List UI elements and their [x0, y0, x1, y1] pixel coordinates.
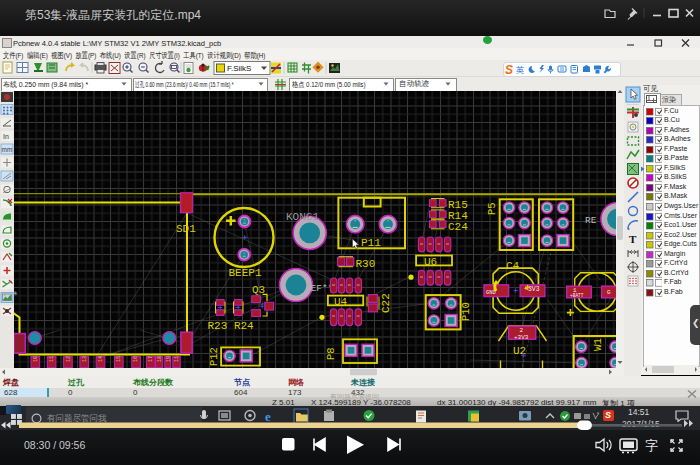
svg-text:16: 16 [133, 356, 138, 362]
svg-text:F.SilkS: F.SilkS [227, 64, 251, 73]
svg-text:mm: mm [2, 146, 13, 153]
svg-text:C22: C22 [380, 293, 392, 313]
svg-text:11: 11 [49, 356, 54, 362]
svg-text:P8: P8 [325, 347, 337, 360]
svg-text:19: 19 [166, 356, 171, 362]
svg-text:P5: P5 [486, 202, 498, 215]
svg-text:R30: R30 [356, 258, 376, 270]
svg-text:+BATT: +BATT [570, 293, 584, 298]
svg-text:GND: GND [486, 289, 497, 296]
svg-text:R23 R24: R23 R24 [208, 320, 255, 332]
svg-text:P11: P11 [361, 237, 381, 249]
svg-text:U4: U4 [334, 296, 348, 308]
svg-text:+3V3: +3V3 [514, 334, 529, 341]
svg-text:In: In [3, 133, 9, 140]
svg-text:S: S [505, 63, 513, 75]
svg-text:13: 13 [82, 356, 87, 362]
svg-text:R15: R15 [448, 199, 468, 211]
svg-text:10: 10 [33, 356, 38, 362]
svg-text:18: 18 [157, 356, 162, 362]
svg-text:C24: C24 [448, 221, 468, 233]
svg-text:U2: U2 [513, 345, 526, 357]
svg-text:11: 11 [174, 356, 179, 362]
svg-text:KONG1: KONG1 [286, 211, 319, 223]
svg-text:U6: U6 [424, 256, 437, 268]
svg-text:P10: P10 [460, 302, 472, 321]
svg-text:W1: W1 [592, 337, 604, 351]
svg-text:P12: P12 [208, 347, 220, 366]
svg-text:BEEP1: BEEP1 [229, 267, 262, 279]
svg-text:12: 12 [66, 356, 71, 362]
svg-text:RE: RE [585, 215, 597, 226]
svg-text:T: T [629, 233, 637, 245]
svg-text:SD1: SD1 [176, 223, 196, 235]
svg-text:14: 14 [98, 356, 103, 362]
svg-text:17: 17 [148, 356, 153, 362]
svg-text:15: 15 [116, 356, 121, 362]
svg-text:G: G [607, 289, 611, 296]
svg-text:英: 英 [515, 65, 525, 75]
svg-text:Q3: Q3 [252, 284, 265, 296]
svg-text:C4: C4 [506, 260, 520, 272]
svg-text:字: 字 [645, 438, 658, 453]
